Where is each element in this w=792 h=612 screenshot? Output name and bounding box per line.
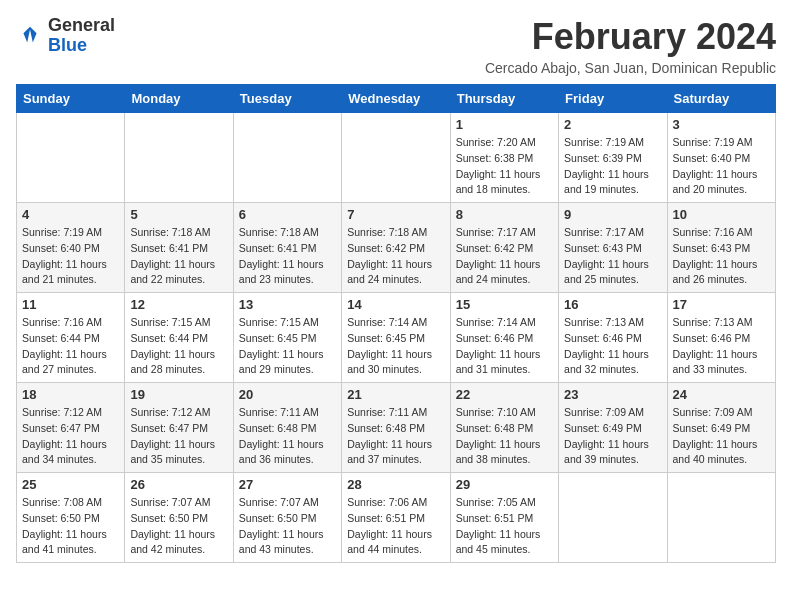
day-number: 27	[239, 477, 336, 492]
calendar-cell: 22Sunrise: 7:10 AM Sunset: 6:48 PM Dayli…	[450, 383, 558, 473]
header: General Blue February 2024 Cercado Abajo…	[16, 16, 776, 76]
day-number: 7	[347, 207, 444, 222]
day-number: 20	[239, 387, 336, 402]
logo-general-text: General	[48, 15, 115, 35]
day-info: Sunrise: 7:14 AM Sunset: 6:45 PM Dayligh…	[347, 315, 444, 378]
calendar-cell: 4Sunrise: 7:19 AM Sunset: 6:40 PM Daylig…	[17, 203, 125, 293]
calendar-cell: 20Sunrise: 7:11 AM Sunset: 6:48 PM Dayli…	[233, 383, 341, 473]
day-number: 10	[673, 207, 770, 222]
calendar-cell: 21Sunrise: 7:11 AM Sunset: 6:48 PM Dayli…	[342, 383, 450, 473]
day-info: Sunrise: 7:09 AM Sunset: 6:49 PM Dayligh…	[673, 405, 770, 468]
day-number: 6	[239, 207, 336, 222]
calendar-cell: 29Sunrise: 7:05 AM Sunset: 6:51 PM Dayli…	[450, 473, 558, 563]
week-row-3: 18Sunrise: 7:12 AM Sunset: 6:47 PM Dayli…	[17, 383, 776, 473]
logo: General Blue	[16, 16, 115, 56]
calendar-cell: 2Sunrise: 7:19 AM Sunset: 6:39 PM Daylig…	[559, 113, 667, 203]
calendar-cell: 10Sunrise: 7:16 AM Sunset: 6:43 PM Dayli…	[667, 203, 775, 293]
day-number: 12	[130, 297, 227, 312]
day-number: 5	[130, 207, 227, 222]
calendar-table: SundayMondayTuesdayWednesdayThursdayFrid…	[16, 84, 776, 563]
logo-bird-icon	[16, 22, 44, 50]
day-number: 16	[564, 297, 661, 312]
calendar-cell: 1Sunrise: 7:20 AM Sunset: 6:38 PM Daylig…	[450, 113, 558, 203]
day-info: Sunrise: 7:17 AM Sunset: 6:42 PM Dayligh…	[456, 225, 553, 288]
weekday-header-friday: Friday	[559, 85, 667, 113]
day-number: 25	[22, 477, 119, 492]
calendar-cell: 15Sunrise: 7:14 AM Sunset: 6:46 PM Dayli…	[450, 293, 558, 383]
day-info: Sunrise: 7:19 AM Sunset: 6:40 PM Dayligh…	[22, 225, 119, 288]
calendar-cell	[125, 113, 233, 203]
week-row-4: 25Sunrise: 7:08 AM Sunset: 6:50 PM Dayli…	[17, 473, 776, 563]
day-info: Sunrise: 7:16 AM Sunset: 6:43 PM Dayligh…	[673, 225, 770, 288]
weekday-header-sunday: Sunday	[17, 85, 125, 113]
day-info: Sunrise: 7:09 AM Sunset: 6:49 PM Dayligh…	[564, 405, 661, 468]
weekday-header-saturday: Saturday	[667, 85, 775, 113]
day-info: Sunrise: 7:20 AM Sunset: 6:38 PM Dayligh…	[456, 135, 553, 198]
calendar-cell: 11Sunrise: 7:16 AM Sunset: 6:44 PM Dayli…	[17, 293, 125, 383]
day-info: Sunrise: 7:07 AM Sunset: 6:50 PM Dayligh…	[130, 495, 227, 558]
day-info: Sunrise: 7:05 AM Sunset: 6:51 PM Dayligh…	[456, 495, 553, 558]
day-info: Sunrise: 7:12 AM Sunset: 6:47 PM Dayligh…	[22, 405, 119, 468]
week-row-0: 1Sunrise: 7:20 AM Sunset: 6:38 PM Daylig…	[17, 113, 776, 203]
day-number: 24	[673, 387, 770, 402]
calendar-cell: 5Sunrise: 7:18 AM Sunset: 6:41 PM Daylig…	[125, 203, 233, 293]
calendar-cell: 18Sunrise: 7:12 AM Sunset: 6:47 PM Dayli…	[17, 383, 125, 473]
calendar-cell	[233, 113, 341, 203]
day-number: 28	[347, 477, 444, 492]
weekday-header-row: SundayMondayTuesdayWednesdayThursdayFrid…	[17, 85, 776, 113]
calendar-cell: 27Sunrise: 7:07 AM Sunset: 6:50 PM Dayli…	[233, 473, 341, 563]
day-number: 15	[456, 297, 553, 312]
day-info: Sunrise: 7:11 AM Sunset: 6:48 PM Dayligh…	[239, 405, 336, 468]
day-info: Sunrise: 7:13 AM Sunset: 6:46 PM Dayligh…	[673, 315, 770, 378]
day-number: 11	[22, 297, 119, 312]
calendar-cell: 26Sunrise: 7:07 AM Sunset: 6:50 PM Dayli…	[125, 473, 233, 563]
day-number: 29	[456, 477, 553, 492]
day-info: Sunrise: 7:06 AM Sunset: 6:51 PM Dayligh…	[347, 495, 444, 558]
calendar-cell: 23Sunrise: 7:09 AM Sunset: 6:49 PM Dayli…	[559, 383, 667, 473]
calendar-cell	[342, 113, 450, 203]
day-number: 17	[673, 297, 770, 312]
day-info: Sunrise: 7:13 AM Sunset: 6:46 PM Dayligh…	[564, 315, 661, 378]
day-number: 4	[22, 207, 119, 222]
week-row-1: 4Sunrise: 7:19 AM Sunset: 6:40 PM Daylig…	[17, 203, 776, 293]
calendar-cell: 25Sunrise: 7:08 AM Sunset: 6:50 PM Dayli…	[17, 473, 125, 563]
week-row-2: 11Sunrise: 7:16 AM Sunset: 6:44 PM Dayli…	[17, 293, 776, 383]
calendar-cell: 8Sunrise: 7:17 AM Sunset: 6:42 PM Daylig…	[450, 203, 558, 293]
day-info: Sunrise: 7:08 AM Sunset: 6:50 PM Dayligh…	[22, 495, 119, 558]
calendar-cell: 24Sunrise: 7:09 AM Sunset: 6:49 PM Dayli…	[667, 383, 775, 473]
day-info: Sunrise: 7:18 AM Sunset: 6:41 PM Dayligh…	[239, 225, 336, 288]
day-info: Sunrise: 7:07 AM Sunset: 6:50 PM Dayligh…	[239, 495, 336, 558]
day-number: 22	[456, 387, 553, 402]
weekday-header-monday: Monday	[125, 85, 233, 113]
calendar-cell: 6Sunrise: 7:18 AM Sunset: 6:41 PM Daylig…	[233, 203, 341, 293]
calendar-cell: 28Sunrise: 7:06 AM Sunset: 6:51 PM Dayli…	[342, 473, 450, 563]
day-info: Sunrise: 7:12 AM Sunset: 6:47 PM Dayligh…	[130, 405, 227, 468]
calendar-cell	[17, 113, 125, 203]
day-info: Sunrise: 7:18 AM Sunset: 6:42 PM Dayligh…	[347, 225, 444, 288]
day-info: Sunrise: 7:18 AM Sunset: 6:41 PM Dayligh…	[130, 225, 227, 288]
day-number: 23	[564, 387, 661, 402]
calendar-cell	[559, 473, 667, 563]
day-info: Sunrise: 7:11 AM Sunset: 6:48 PM Dayligh…	[347, 405, 444, 468]
day-info: Sunrise: 7:10 AM Sunset: 6:48 PM Dayligh…	[456, 405, 553, 468]
month-title: February 2024	[485, 16, 776, 58]
calendar-cell: 13Sunrise: 7:15 AM Sunset: 6:45 PM Dayli…	[233, 293, 341, 383]
day-info: Sunrise: 7:15 AM Sunset: 6:45 PM Dayligh…	[239, 315, 336, 378]
day-number: 2	[564, 117, 661, 132]
svg-marker-0	[18, 26, 42, 42]
calendar-cell: 19Sunrise: 7:12 AM Sunset: 6:47 PM Dayli…	[125, 383, 233, 473]
day-number: 26	[130, 477, 227, 492]
day-info: Sunrise: 7:19 AM Sunset: 6:40 PM Dayligh…	[673, 135, 770, 198]
day-number: 19	[130, 387, 227, 402]
day-info: Sunrise: 7:14 AM Sunset: 6:46 PM Dayligh…	[456, 315, 553, 378]
weekday-header-wednesday: Wednesday	[342, 85, 450, 113]
weekday-header-tuesday: Tuesday	[233, 85, 341, 113]
location-title: Cercado Abajo, San Juan, Dominican Repub…	[485, 60, 776, 76]
calendar-cell: 7Sunrise: 7:18 AM Sunset: 6:42 PM Daylig…	[342, 203, 450, 293]
calendar-cell: 14Sunrise: 7:14 AM Sunset: 6:45 PM Dayli…	[342, 293, 450, 383]
calendar-cell: 3Sunrise: 7:19 AM Sunset: 6:40 PM Daylig…	[667, 113, 775, 203]
day-number: 18	[22, 387, 119, 402]
calendar-cell: 17Sunrise: 7:13 AM Sunset: 6:46 PM Dayli…	[667, 293, 775, 383]
day-info: Sunrise: 7:15 AM Sunset: 6:44 PM Dayligh…	[130, 315, 227, 378]
day-number: 9	[564, 207, 661, 222]
